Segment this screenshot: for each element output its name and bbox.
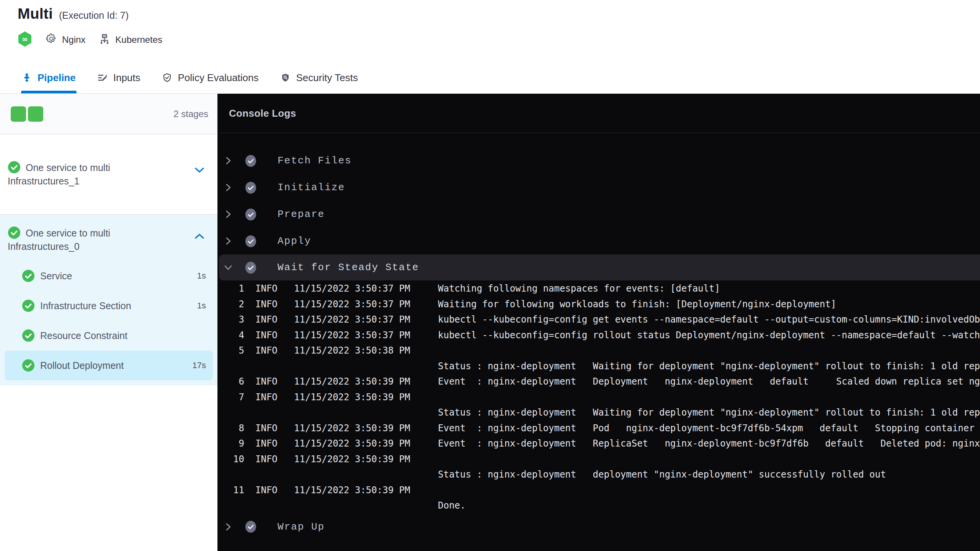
log-message: Watching following namespaces for events… — [438, 283, 980, 294]
log-line: Status : nginx-deployment Waiting for de… — [217, 405, 980, 421]
console-step-wrap-up[interactable]: Wrap Up — [217, 514, 980, 540]
infrastructure-chip[interactable]: Kubernetes — [98, 33, 162, 47]
chevron-up-icon[interactable] — [194, 233, 204, 241]
log-timestamp: 11/15/2022 3:50:37 PM — [294, 330, 410, 341]
log-timestamp: 11/15/2022 3:50:39 PM — [294, 392, 410, 403]
tab-policy-evaluations[interactable]: Policy Evaluations — [161, 62, 260, 93]
success-check-icon — [22, 359, 35, 372]
chevron-right-icon[interactable] — [224, 183, 232, 192]
stage-count-label: 2 stages — [173, 109, 208, 119]
tab-inputs-label: Inputs — [113, 72, 140, 84]
stage-header[interactable]: One service to multi Infrastructures_0 — [0, 215, 217, 253]
step-success-icon — [245, 181, 256, 194]
chevron-down-icon[interactable] — [224, 264, 232, 271]
step-success-icon — [245, 155, 256, 167]
tab-inputs[interactable]: Inputs — [96, 62, 141, 93]
console-step-label: Fetch Files — [278, 155, 352, 166]
step-item-infrastructure-section[interactable]: Infrastructure Section 1s — [0, 291, 217, 321]
infrastructure-name: Kubernetes — [115, 34, 162, 45]
log-line: 7 INFO 11/15/2022 3:50:39 PM — [217, 390, 980, 405]
policy-shield-icon — [162, 73, 172, 83]
log-timestamp: 11/15/2022 3:50:39 PM — [294, 485, 410, 496]
step-item-service[interactable]: Service 1s — [0, 261, 217, 291]
log-line: 5 INFO 11/15/2022 3:50:38 PM — [217, 343, 980, 359]
step-label: Infrastructure Section — [40, 300, 131, 311]
step-duration: 1s — [197, 301, 206, 311]
log-timestamp: 11/15/2022 3:50:39 PM — [294, 454, 410, 465]
log-line-number: 3 — [217, 314, 244, 325]
log-message: Waiting for following workloads to finis… — [438, 299, 980, 310]
pipeline-icon — [22, 73, 32, 83]
log-timestamp: 11/15/2022 3:50:37 PM — [294, 283, 410, 294]
log-line-number: 7 — [217, 392, 244, 403]
harness-cd-icon: ∞ — [18, 31, 32, 49]
step-success-icon — [245, 520, 256, 533]
success-check-icon — [22, 299, 35, 312]
step-item-resource-constraint[interactable]: Resource Constraint — [0, 321, 217, 350]
log-timestamp: 11/15/2022 3:50:37 PM — [294, 299, 410, 310]
inputs-icon — [97, 73, 108, 83]
log-line-number: 4 — [217, 330, 244, 341]
stage-status-square-2[interactable] — [28, 106, 43, 122]
step-label: Service — [40, 271, 72, 282]
log-timestamp: 11/15/2022 3:50:38 PM — [294, 345, 410, 356]
success-check-icon — [22, 269, 35, 282]
page-title: Multi — [18, 5, 53, 22]
log-line: 3 INFO 11/15/2022 3:50:37 PM kubectl --k… — [217, 312, 980, 328]
log-line: 6 INFO 11/15/2022 3:50:39 PM Event : ngi… — [217, 374, 980, 390]
service-name: Nginx — [62, 34, 85, 45]
svg-text:∞: ∞ — [22, 35, 28, 43]
console-step-wait-for-steady-state[interactable]: Wait for Steady State — [219, 254, 980, 280]
execution-meta-row: ∞ Nginx — [18, 32, 980, 47]
log-line: 4 INFO 11/15/2022 3:50:37 PM kubectl --k… — [217, 328, 980, 343]
log-message: kubectl --kubeconfig=config get events -… — [438, 314, 980, 325]
chevron-right-icon[interactable] — [224, 210, 232, 218]
execution-id-label: (Execution Id: 7) — [59, 10, 129, 21]
log-line: 10 INFO 11/15/2022 3:50:39 PM — [217, 452, 980, 467]
log-level: INFO — [255, 438, 278, 449]
console-step-apply[interactable]: Apply — [217, 228, 980, 254]
success-check-icon — [8, 161, 21, 174]
tab-security-tests-label: Security Tests — [296, 72, 358, 84]
log-level: INFO — [255, 423, 278, 434]
console-step-label: Initialize — [278, 182, 345, 193]
console-logs-title: Console Logs — [229, 108, 296, 119]
log-level: INFO — [255, 330, 278, 341]
console-step-fetch-files[interactable]: Fetch Files — [217, 147, 980, 174]
tab-security-tests[interactable]: Security Tests — [279, 62, 359, 93]
stage-item-infrastructures-1[interactable]: One service to multi Infrastructures_1 — [0, 134, 217, 215]
log-level: INFO — [255, 314, 278, 325]
tab-policy-evaluations-label: Policy Evaluations — [178, 72, 259, 84]
chevron-down-icon[interactable] — [194, 167, 204, 174]
stage-status-square-1[interactable] — [11, 106, 26, 122]
step-item-rollout-deployment[interactable]: Rollout Deployment 17s — [5, 350, 213, 380]
log-line: Status : nginx-deployment Waiting for de… — [217, 359, 980, 374]
log-message: Status : nginx-deployment Waiting for de… — [438, 361, 980, 372]
pipeline-stages-sidebar: 2 stages One service to multi Infrastruc… — [0, 94, 217, 551]
tab-pipeline-label: Pipeline — [38, 72, 76, 84]
console-logs-header: Console Logs — [217, 94, 980, 133]
log-level: INFO — [255, 454, 278, 465]
stage-summary-row: 2 stages — [0, 94, 217, 134]
console-log-lines: 1 INFO 11/15/2022 3:50:37 PM Watching fo… — [217, 280, 980, 514]
log-message: Done. — [438, 500, 980, 511]
log-line: 2 INFO 11/15/2022 3:50:37 PM Waiting for… — [217, 297, 980, 312]
chevron-right-icon[interactable] — [224, 523, 232, 531]
stage-label: One service to multi Infrastructures_1 — [8, 161, 134, 188]
console-step-prepare[interactable]: Prepare — [217, 201, 980, 228]
log-level: INFO — [255, 376, 278, 387]
service-chip[interactable]: Nginx — [45, 33, 85, 47]
log-line-number: 10 — [217, 454, 244, 465]
chevron-right-icon[interactable] — [224, 237, 232, 245]
tab-pipeline[interactable]: Pipeline — [21, 62, 77, 93]
chevron-right-icon[interactable] — [224, 156, 232, 165]
log-line: 8 INFO 11/15/2022 3:50:39 PM Event : ngi… — [217, 421, 980, 436]
log-line-number: 9 — [217, 438, 244, 449]
log-line: 9 INFO 11/15/2022 3:50:39 PM Event : ngi… — [217, 436, 980, 452]
log-message: Event : nginx-deployment ReplicaSet ngin… — [438, 438, 980, 449]
console-step-initialize[interactable]: Initialize — [217, 174, 980, 201]
console-step-label: Wait for Steady State — [278, 262, 419, 273]
log-message: Event : nginx-deployment Pod nginx-deplo… — [438, 423, 980, 434]
step-list: Service 1s Infrastructure Section 1s Res… — [0, 261, 217, 380]
log-level: INFO — [255, 299, 278, 310]
